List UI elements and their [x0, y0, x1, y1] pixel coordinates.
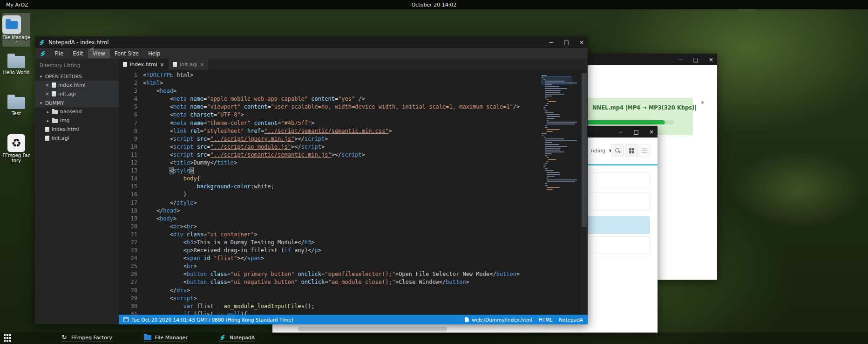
minimize-button[interactable]: −	[619, 129, 624, 135]
status-language[interactable]: HTML	[539, 317, 552, 323]
code-line[interactable]: </div>	[143, 287, 541, 295]
chevron-down-icon[interactable]: ▾	[39, 74, 43, 79]
tab-init-agi[interactable]: init.agi×	[169, 59, 209, 70]
code-line[interactable]: <div class="ui container">	[143, 231, 541, 239]
code-line[interactable]: <!DOCTYPE html>	[143, 71, 541, 79]
taskbar-item-file-manager[interactable]: File Manager	[144, 334, 188, 342]
code-text[interactable]: <!DOCTYPE html><html> <head> <meta name=…	[143, 71, 541, 315]
code-line[interactable]: var flist = ao_module_loadInputFiles();	[143, 303, 541, 310]
code-line[interactable]: }	[143, 191, 541, 199]
code-line[interactable]: background-color:white;	[143, 183, 541, 191]
line-number: 18	[119, 207, 137, 215]
grid-view-button[interactable]	[625, 144, 638, 157]
sidebar-item-init-agi[interactable]: init.agi	[35, 134, 119, 143]
minimize-button[interactable]: −	[549, 40, 554, 45]
line-number: 30	[119, 303, 137, 310]
close-icon[interactable]: ×	[160, 62, 164, 67]
code-line[interactable]: <br><br>	[143, 223, 541, 231]
code-line[interactable]: body{	[143, 175, 541, 183]
code-line[interactable]: <meta name="viewport" content="user-scal…	[143, 103, 541, 111]
code-line[interactable]: <br>	[143, 262, 541, 270]
code-editor[interactable]: 1234567891011121314151617181920212223242…	[119, 70, 588, 315]
desktop-icon-test[interactable]: Test	[2, 93, 30, 116]
chevron-right-icon[interactable]: ▸	[46, 110, 50, 114]
tab-index-html[interactable]: index.html×	[119, 59, 169, 70]
sidebar-item-open-editors[interactable]: ▾OPEN EDITORS	[35, 72, 119, 81]
code-line[interactable]: <link rel="stylesheet" href="../script/s…	[143, 127, 541, 135]
code-line[interactable]: <style>	[143, 167, 541, 175]
app-launcher-icon[interactable]	[4, 334, 12, 342]
code-line[interactable]: <p>Received drag-in filelist (if any)</p…	[143, 247, 541, 255]
taskbar-item-ffmpeg-factory[interactable]: ↻FFmpeg Factory	[61, 334, 112, 342]
line-number: 14	[119, 175, 137, 183]
sidebar-header: Directory Listing	[40, 63, 119, 68]
close-icon[interactable]: ×	[45, 91, 49, 96]
code-line[interactable]: <h3>This is a Dummy Testing Module</h3>	[143, 239, 541, 247]
menu-edit[interactable]: Edit	[68, 49, 88, 58]
chevron-down-icon[interactable]: ▾	[39, 101, 43, 105]
desktop-icon-ffmpeg-factory[interactable]: ♻FFmpeg Factory	[2, 132, 30, 163]
code-line[interactable]: <button class="ui negative button" onCli…	[143, 278, 541, 286]
code-line[interactable]: <meta charset="UTF-8">	[143, 111, 541, 119]
list-view-button[interactable]	[638, 144, 651, 157]
sidebar-item-backend[interactable]: ▸backend	[35, 107, 119, 116]
code-line[interactable]: </style>	[143, 199, 541, 207]
maximize-button[interactable]: □	[634, 129, 639, 135]
code-line[interactable]: <script>	[143, 295, 541, 303]
tab-label: index.html	[130, 62, 157, 68]
maximize-button[interactable]: □	[564, 40, 569, 45]
code-line[interactable]: <span id="flist"></span>	[143, 255, 541, 262]
code-line[interactable]: <head>	[143, 87, 541, 95]
sidebar-item-index-html[interactable]: ×index.html	[35, 81, 119, 89]
close-button[interactable]: ×	[649, 129, 654, 135]
code-line[interactable]: <script src="../script/ao_module.js"></s…	[143, 143, 541, 151]
sidebar-item-index-html[interactable]: index.html	[35, 125, 119, 134]
notepada-window[interactable]: NotepadA - index.html − □ × FileEditView…	[35, 36, 588, 324]
sidebar-item-dummy[interactable]: ▾DUMMY	[35, 98, 119, 107]
maximize-button[interactable]: □	[693, 57, 698, 62]
close-icon[interactable]: ×	[45, 83, 49, 88]
file-icon	[45, 136, 49, 141]
search-button[interactable]	[611, 144, 624, 157]
close-button[interactable]: ×	[579, 40, 584, 45]
line-number: 5	[119, 103, 137, 111]
notepada-titlebar[interactable]: NotepadA - index.html − □ ×	[35, 36, 588, 48]
code-line[interactable]: if (flist == null){	[143, 310, 541, 315]
status-appname[interactable]: NotepadA	[559, 317, 583, 323]
scrollbar-thumb[interactable]	[582, 73, 587, 227]
menu-help[interactable]: Help	[143, 49, 165, 58]
sidebar-item-img[interactable]: ▸img	[35, 116, 119, 125]
folder-icon	[2, 56, 30, 68]
desktop-icon-hello-world[interactable]: Hello World	[2, 52, 30, 75]
taskbar-item-notepada[interactable]: NotepadA	[219, 334, 255, 342]
desktop-icon-file-manager[interactable]: File Manager	[2, 13, 30, 47]
code-line[interactable]: <meta name="theme-color" content="#4b75f…	[143, 119, 541, 127]
minimap-line	[545, 110, 548, 111]
menu-file[interactable]: File	[50, 49, 68, 58]
sort-dropdown[interactable]: nding	[591, 148, 605, 154]
menu-font-size[interactable]: Font Size	[110, 49, 143, 58]
close-icon[interactable]: ×	[200, 62, 204, 67]
vertical-scrollbar[interactable]	[581, 71, 588, 315]
folder-icon	[52, 119, 58, 123]
status-filepath[interactable]: web:/Dummy/index.html	[472, 317, 532, 323]
minimap[interactable]	[541, 71, 581, 315]
code-line[interactable]: <title>Dummy</title>	[143, 159, 541, 167]
chevron-right-icon[interactable]: ▸	[46, 118, 50, 123]
code-line[interactable]: <script src="../script/jquery.min.js"></…	[143, 135, 541, 143]
scroll-up-icon[interactable]: ▲	[701, 99, 704, 104]
code-line[interactable]: <button class="ui primary button" onclic…	[143, 270, 541, 278]
code-line[interactable]: <script src="../script/semantic/semantic…	[143, 151, 541, 159]
sidebar-item-init-agi[interactable]: ×init.agi	[35, 89, 119, 98]
minimap-line	[545, 105, 548, 106]
minimize-button[interactable]: −	[678, 57, 683, 62]
code-line[interactable]: <body>	[143, 215, 541, 223]
tab-label: init.agi	[180, 62, 197, 68]
line-number: 23	[119, 247, 137, 255]
minimap-line	[545, 84, 552, 85]
code-line[interactable]: </head>	[143, 207, 541, 215]
code-line[interactable]: <meta name="apple-mobile-web-app-capable…	[143, 95, 541, 103]
code-line[interactable]: <html>	[143, 79, 541, 87]
horizontal-scrollbar[interactable]	[298, 327, 447, 331]
close-button[interactable]: ×	[709, 57, 713, 62]
